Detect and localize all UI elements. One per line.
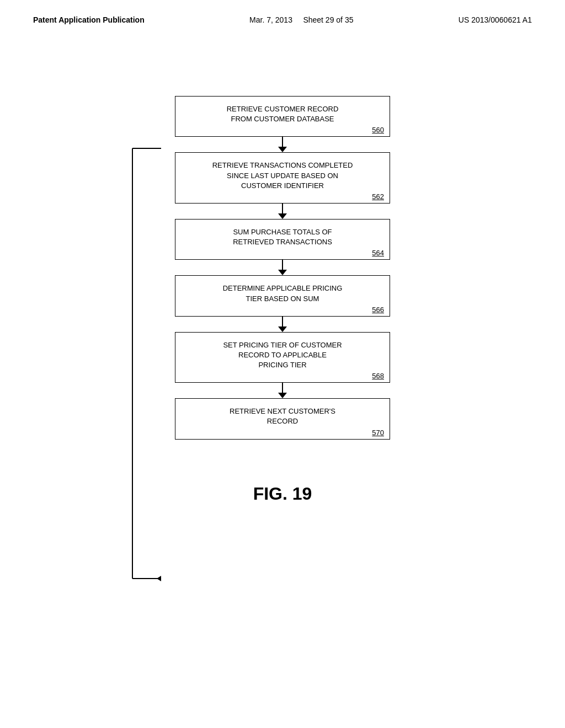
arrow-1 xyxy=(278,137,287,152)
connector-line xyxy=(282,204,283,213)
header-publication-label: Patent Application Publication xyxy=(33,15,145,24)
box-562: RETRIEVE TRANSACTIONS COMPLETED SINCE LA… xyxy=(175,152,390,204)
box-566: DETERMINE APPLICABLE PRICING TIER BASED … xyxy=(175,275,390,316)
header-sheet: Sheet 29 of 35 xyxy=(303,15,353,24)
box-570: RETRIEVE NEXT CUSTOMER'S RECORD 570 xyxy=(175,398,390,439)
box-568: SET PRICING TIER OF CUSTOMER RECORD TO A… xyxy=(175,332,390,383)
box-568-text: SET PRICING TIER OF CUSTOMER RECORD TO A… xyxy=(186,340,379,371)
svg-marker-3 xyxy=(157,576,161,581)
flowchart-container: RETRIEVE CUSTOMER RECORD FROM CUSTOMER D… xyxy=(161,96,404,440)
connector-line xyxy=(282,383,283,393)
box-562-text: RETRIEVE TRANSACTIONS COMPLETED SINCE LA… xyxy=(186,160,379,191)
arrow-5 xyxy=(278,383,287,398)
arrowhead-down xyxy=(278,213,287,219)
arrow-2 xyxy=(278,204,287,219)
arrowhead-down xyxy=(278,147,287,152)
box-564: SUM PURCHASE TOTALS OF RETRIEVED TRANSAC… xyxy=(175,219,390,260)
box-570-number: 570 xyxy=(372,429,384,437)
box-560-number: 560 xyxy=(372,126,384,134)
arrow-3 xyxy=(278,260,287,275)
box-566-text: DETERMINE APPLICABLE PRICING TIER BASED … xyxy=(186,283,379,303)
arrowhead-down xyxy=(278,393,287,398)
figure-caption: FIG. 19 xyxy=(0,484,565,504)
connector-line xyxy=(282,317,283,326)
box-564-text: SUM PURCHASE TOTALS OF RETRIEVED TRANSAC… xyxy=(186,227,379,247)
header-date: Mar. 7, 2013 xyxy=(249,15,292,24)
connector-line xyxy=(282,260,283,270)
diagram-area: RETRIEVE CUSTOMER RECORD FROM CUSTOMER D… xyxy=(0,96,565,440)
arrowhead-down xyxy=(278,326,287,332)
box-562-number: 562 xyxy=(372,192,384,201)
box-560-text: RETRIEVE CUSTOMER RECORD FROM CUSTOMER D… xyxy=(186,104,379,124)
arrow-4 xyxy=(278,317,287,332)
arrowhead-down xyxy=(278,270,287,275)
connector-line xyxy=(282,137,283,147)
header-date-sheet: Mar. 7, 2013 Sheet 29 of 35 xyxy=(249,15,353,24)
loop-back-arrow xyxy=(127,148,163,579)
box-566-number: 566 xyxy=(372,306,384,314)
box-570-text: RETRIEVE NEXT CUSTOMER'S RECORD xyxy=(186,406,379,426)
box-568-number: 568 xyxy=(372,372,384,380)
header-patent-number: US 2013/0060621 A1 xyxy=(459,15,532,24)
box-564-number: 564 xyxy=(372,249,384,257)
box-560: RETRIEVE CUSTOMER RECORD FROM CUSTOMER D… xyxy=(175,96,390,137)
page-header: Patent Application Publication Mar. 7, 2… xyxy=(0,0,565,24)
